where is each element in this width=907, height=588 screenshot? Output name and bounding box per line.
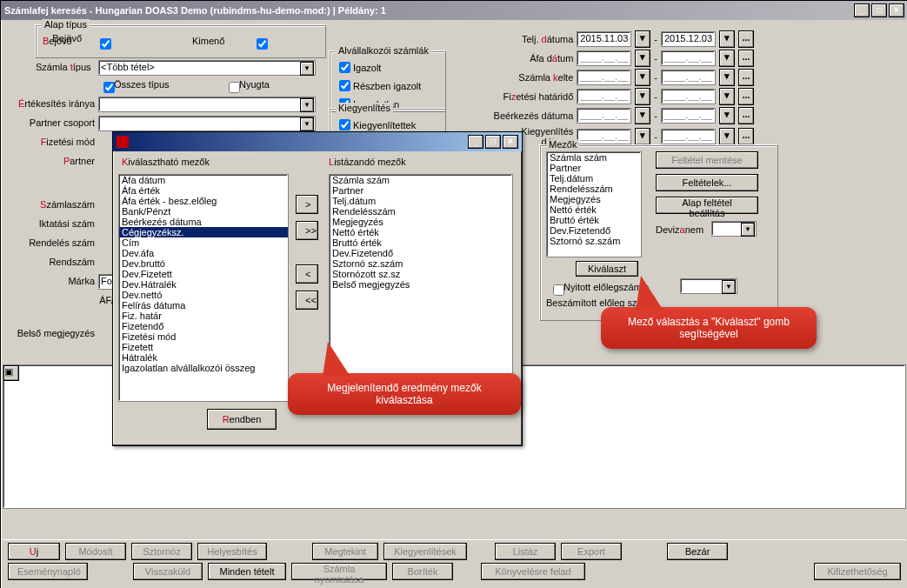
chevron-down-icon[interactable]: ▾	[635, 128, 650, 145]
date-from[interactable]: ____.__.__	[577, 89, 631, 104]
close-icon[interactable]: ×	[503, 135, 518, 149]
list-item[interactable]: Dev.Fizetendő	[547, 225, 641, 236]
add-all-button[interactable]: >>	[296, 221, 318, 240]
date-to[interactable]: ____.__.__	[661, 89, 716, 104]
listaz-button[interactable]: Listáz	[495, 543, 556, 560]
date-to[interactable]: 2015.12.03	[661, 31, 716, 47]
visszakuld-button[interactable]: Visszaküld	[133, 563, 203, 580]
list-item[interactable]: Dev.nettó	[119, 290, 288, 300]
add-button[interactable]: >	[296, 195, 318, 214]
checkbox-kiegyenlitettek[interactable]	[339, 119, 350, 130]
combo-szamla-tipus[interactable]: <Több tétel>▼	[98, 60, 316, 76]
feltetel-mentese-button[interactable]: Feltétel mentése	[656, 151, 758, 169]
chevron-down-icon[interactable]: ▾	[719, 69, 735, 86]
date-to[interactable]: ____.__.__	[661, 70, 716, 85]
ok-button[interactable]: Rendben	[207, 409, 277, 430]
feltetelek-button[interactable]: Feltételek...	[656, 174, 758, 191]
listbox-mezok[interactable]: Számla számPartnerTelj.dátumRendelésszám…	[546, 151, 642, 257]
list-item[interactable]: Beérkezés dátuma	[119, 217, 288, 227]
list-item[interactable]: Megjegyzés	[330, 217, 512, 227]
esemenynaplo-button[interactable]: Eseménynapló	[8, 563, 88, 580]
list-item[interactable]: Fiz. határ	[119, 311, 288, 321]
chevron-down-icon[interactable]: ▾	[635, 107, 650, 124]
boritek-button[interactable]: Boríték	[392, 563, 453, 580]
date-to[interactable]: ____.__.__	[661, 50, 716, 66]
more-button[interactable]: ...	[738, 107, 754, 124]
konyveles-button[interactable]: Könyvelésre felad	[481, 563, 585, 580]
chevron-down-icon[interactable]: ▾	[719, 88, 735, 105]
more-button[interactable]: ...	[738, 30, 754, 48]
list-item[interactable]: Áfa érték	[119, 185, 288, 196]
combo-nyitott[interactable]: ▼	[680, 278, 737, 294]
kivalaszt-button[interactable]: Kiválaszt	[576, 261, 638, 277]
list-item[interactable]: Bank/Pénzt	[119, 206, 288, 217]
list-item[interactable]: Stornózott sz.sz	[330, 269, 512, 279]
list-item[interactable]: Telj.dátum	[547, 173, 641, 184]
chevron-down-icon[interactable]: ▾	[635, 50, 650, 67]
list-item[interactable]: Nettó érték	[330, 227, 512, 237]
bezar-button[interactable]: Bezár	[667, 543, 728, 560]
minimize-icon[interactable]: _	[468, 135, 484, 149]
date-to[interactable]: ____.__.__	[661, 108, 716, 124]
chevron-down-icon[interactable]: ▾	[635, 88, 650, 105]
list-item[interactable]: Dev.áfa	[119, 248, 288, 258]
checkbox-bejovo[interactable]	[100, 38, 111, 50]
uj-button[interactable]: Uj	[8, 543, 60, 560]
date-from[interactable]: ____.__.__	[577, 129, 631, 144]
more-button[interactable]: ...	[738, 128, 754, 145]
listbox-selected[interactable]: Számla számPartnerTelj.dátumRendelésszám…	[329, 174, 513, 402]
list-item[interactable]: Igazolatlan alvállalkozói összeg	[119, 363, 288, 373]
date-to[interactable]: ____.__.__	[661, 129, 716, 144]
chevron-down-icon[interactable]: ▾	[635, 30, 650, 48]
list-item[interactable]: Fizetési mód	[119, 331, 288, 342]
chevron-down-icon[interactable]: ▾	[719, 107, 735, 124]
more-button[interactable]: ...	[738, 69, 754, 86]
listbox-available[interactable]: Áfa dátumÁfa értékÁfa érték - besz.előle…	[118, 174, 289, 402]
list-item[interactable]: Felírás dátuma	[119, 300, 288, 311]
list-item[interactable]: Partner	[330, 185, 512, 196]
list-item[interactable]: Számla szám	[330, 175, 512, 185]
minimize-icon[interactable]: _	[854, 3, 870, 17]
checkbox-igazolt[interactable]	[339, 62, 350, 73]
list-item[interactable]: Cím	[119, 237, 288, 248]
maximize-icon[interactable]: □	[485, 135, 501, 149]
chevron-down-icon[interactable]: ▼	[300, 117, 314, 131]
export-button[interactable]: Export	[561, 543, 622, 560]
list-item[interactable]: Számla szám	[547, 152, 641, 163]
szamla-nyomtatasa-button[interactable]: Számla nyomtatása	[291, 563, 387, 580]
list-item[interactable]: Partner	[547, 163, 641, 173]
list-item[interactable]: Dev.Fizetendő	[330, 248, 512, 258]
list-item[interactable]: Fizetendő	[119, 321, 288, 331]
modosit-button[interactable]: Módosít	[65, 543, 126, 560]
combo-ertekesites[interactable]: ▼	[98, 97, 316, 112]
close-icon[interactable]: ×	[889, 3, 904, 17]
chevron-down-icon[interactable]: ▾	[719, 50, 735, 67]
combo-partner-csoport[interactable]: ▼	[98, 116, 316, 131]
list-item[interactable]: Bruttó érték	[330, 237, 512, 248]
date-from[interactable]: ____.__.__	[577, 50, 631, 66]
more-button[interactable]: ...	[738, 88, 754, 105]
list-item[interactable]: Dev.bruttó	[119, 258, 288, 269]
date-from[interactable]: 2015.11.03	[577, 31, 631, 47]
list-item[interactable]: Nettó érték	[547, 204, 641, 215]
list-item[interactable]: Dev.Fizetett	[119, 269, 288, 279]
date-from[interactable]: ____.__.__	[577, 108, 631, 124]
date-from[interactable]: ____.__.__	[577, 70, 631, 85]
chevron-down-icon[interactable]: ▼	[300, 62, 314, 76]
maximize-icon[interactable]: □	[871, 3, 887, 17]
list-item[interactable]: Áfa érték - besz.előleg	[119, 196, 288, 206]
megtekint-button[interactable]: Megtekint	[312, 543, 378, 560]
helyesbites-button[interactable]: Helyesbítés	[197, 543, 267, 560]
more-button[interactable]: ...	[738, 50, 754, 67]
checkbox-kimeno[interactable]	[257, 38, 268, 50]
list-item[interactable]: Bruttó érték	[547, 215, 641, 225]
list-item[interactable]: Megjegyzés	[547, 194, 641, 204]
kifizethetoseg-button[interactable]: Kifizethetőség	[814, 563, 901, 580]
list-item[interactable]: Dev.Hátralék	[119, 279, 288, 290]
list-item[interactable]: Sztornó sz.szám	[547, 236, 641, 246]
list-item[interactable]: Hátralék	[119, 352, 288, 363]
chevron-down-icon[interactable]: ▾	[719, 30, 735, 48]
kiegyenlitesek-button[interactable]: Kiegyenlítések	[383, 543, 467, 560]
alap-feltetel-button[interactable]: Alap feltétel beállítás	[656, 197, 758, 214]
chevron-down-icon[interactable]: ▼	[722, 280, 736, 294]
